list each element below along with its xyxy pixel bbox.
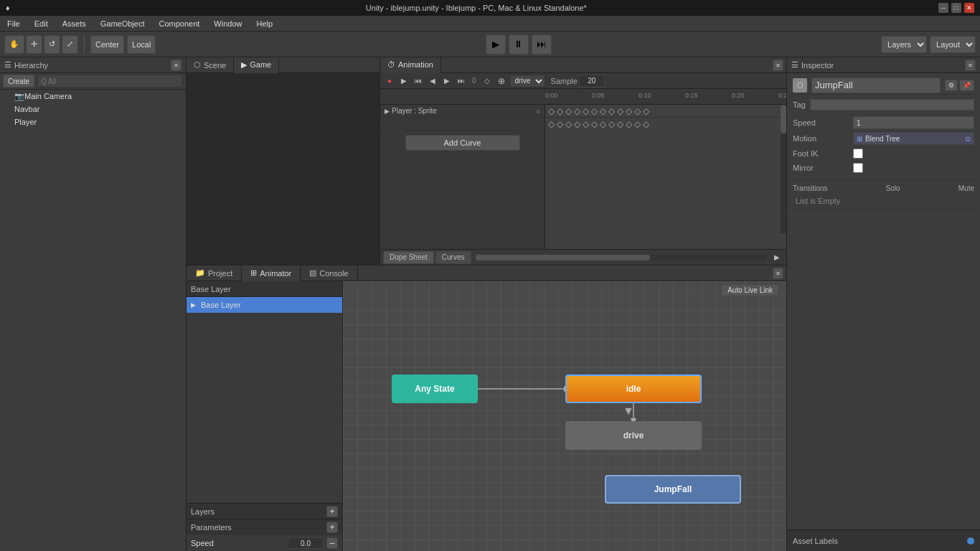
param-speed-minus[interactable]: – bbox=[326, 537, 338, 549]
menu-file[interactable]: File bbox=[0, 18, 27, 29]
vscroll-thumb[interactable] bbox=[781, 105, 786, 133]
state-jumpfall[interactable]: JumpFall bbox=[605, 475, 741, 504]
timeline-ruler: 0:00 0:05 0:10 0:15 0:20 0:25 1:00 1:05 … bbox=[380, 89, 786, 105]
sample-input[interactable] bbox=[579, 75, 605, 88]
footik-checkbox[interactable] bbox=[853, 149, 863, 159]
state-any-state[interactable]: Any State bbox=[392, 375, 478, 403]
anim-addkey-button[interactable]: ⊕ bbox=[495, 75, 508, 87]
inspector-state-title: ⬡ ⚙ 📌 bbox=[790, 76, 977, 95]
anim-prev-frame-button[interactable]: ◀ bbox=[426, 75, 439, 87]
kf-3: ◇ bbox=[565, 106, 572, 116]
move-tool[interactable]: ✛ bbox=[26, 35, 42, 54]
anim-play-button[interactable]: ▶ bbox=[397, 75, 410, 87]
clip-select[interactable]: drive bbox=[509, 75, 545, 88]
tab-project[interactable]: 📁 Project bbox=[187, 265, 242, 281]
animation-menu[interactable]: ≡ bbox=[773, 60, 783, 71]
animator-icon: ⊞ bbox=[250, 268, 257, 278]
timeline-vscroll[interactable] bbox=[781, 105, 786, 233]
menu-assets[interactable]: Assets bbox=[55, 18, 93, 29]
timeline-hscroll[interactable] bbox=[476, 255, 766, 260]
tab-scene[interactable]: ⬡ Scene bbox=[187, 57, 234, 73]
inspector-motion-field: Motion ⊞ Blend Tree ⊙ bbox=[790, 131, 977, 146]
toolbar: ✋ ✛ ↺ ⤢ Center Local ▶ ⏸ ⏭ Layers Layout bbox=[0, 32, 980, 57]
play-button[interactable]: ▶ bbox=[486, 34, 506, 55]
tab-game[interactable]: ▶ Game bbox=[234, 57, 279, 73]
timeline-keyframes[interactable]: ◇ ◇ ◇ ◇ ◇ ◇ ◇ ◇ ◇ ◇ ◇ ◇ bbox=[545, 105, 786, 249]
animator-graph[interactable]: Auto Live Link bbox=[343, 281, 786, 551]
hierarchy-item-camera[interactable]: 📷 Main Camera bbox=[0, 90, 186, 103]
layout-select[interactable]: Layout bbox=[930, 36, 976, 53]
rotate-tool[interactable]: ↺ bbox=[44, 35, 60, 54]
kf-r2-6: ◇ bbox=[591, 119, 598, 129]
anim-next-button[interactable]: ⏭ bbox=[455, 75, 468, 87]
inspector-panel: ☰ Inspector ≡ ⬡ ⚙ 📌 Tag bbox=[786, 57, 980, 551]
tag-input[interactable] bbox=[810, 99, 974, 110]
local-button[interactable]: Local bbox=[127, 35, 156, 54]
pause-button[interactable]: ⏸ bbox=[509, 34, 529, 55]
idle-drive-arrow: ▼ bbox=[623, 405, 634, 418]
auto-live-link-button[interactable]: Auto Live Link bbox=[721, 284, 779, 296]
record-button[interactable]: ● bbox=[383, 75, 396, 87]
create-button[interactable]: Create bbox=[3, 75, 34, 88]
layer-item-base[interactable]: ▶ Base Layer bbox=[187, 297, 342, 313]
step-button[interactable]: ⏭ bbox=[532, 34, 552, 55]
inspector-pin-button[interactable]: 📌 bbox=[959, 80, 974, 91]
hierarchy-item-player[interactable]: Player bbox=[0, 116, 186, 128]
state-name-input[interactable] bbox=[811, 77, 941, 93]
state-idle[interactable]: idle bbox=[565, 375, 702, 403]
clock-icon: ⏱ bbox=[387, 60, 395, 69]
speed-value[interactable] bbox=[853, 116, 974, 129]
state-drive[interactable]: drive bbox=[565, 421, 702, 450]
menu-window[interactable]: Window bbox=[207, 18, 249, 29]
animator-menu[interactable]: ≡ bbox=[773, 268, 783, 279]
kf-11: ◇ bbox=[634, 106, 641, 116]
add-layer-button[interactable]: + bbox=[326, 506, 338, 517]
tick-0: 0:00 bbox=[545, 92, 558, 99]
add-param-button[interactable]: + bbox=[326, 522, 338, 533]
transitions-section: Transitions Solo Mute List is Empty bbox=[790, 179, 977, 208]
hierarchy-menu[interactable]: ≡ bbox=[171, 60, 182, 71]
motion-label: Motion bbox=[793, 134, 850, 143]
layers-select[interactable]: Layers bbox=[881, 36, 927, 53]
main-area: ☰ Hierarchy ≡ Create 📷 Main Camera Navba… bbox=[0, 57, 980, 551]
tab-animator[interactable]: ⊞ Animator bbox=[242, 265, 301, 281]
scroll-right-button[interactable]: ▶ bbox=[771, 252, 783, 263]
tick-2: 0:10 bbox=[639, 92, 651, 99]
curves-button[interactable]: Curves bbox=[435, 251, 471, 264]
kf-8: ◇ bbox=[608, 106, 615, 116]
breadcrumb: Base Layer bbox=[187, 281, 342, 297]
track-empty bbox=[380, 118, 545, 131]
tab-console[interactable]: ▤ Console bbox=[301, 265, 357, 281]
param-speed-input[interactable] bbox=[288, 537, 324, 549]
tab-animation[interactable]: ⏱ Animation bbox=[380, 57, 441, 73]
menu-help[interactable]: Help bbox=[249, 18, 280, 29]
hierarchy-header: ☰ Hierarchy ≡ bbox=[0, 57, 186, 73]
inspector-menu[interactable]: ≡ bbox=[965, 60, 976, 71]
breadcrumb-item[interactable]: Base Layer bbox=[191, 285, 231, 293]
anim-prev-button[interactable]: ⏮ bbox=[412, 75, 425, 87]
anim-key-button[interactable]: ◇ bbox=[481, 75, 494, 87]
hscroll-thumb[interactable] bbox=[476, 255, 650, 260]
kf-r2-5: ◇ bbox=[583, 119, 589, 129]
track-player-sprite[interactable]: ▶ Player : Sprite ○ bbox=[380, 105, 545, 118]
minimize-button[interactable]: ─ bbox=[938, 3, 948, 13]
dope-sheet-button[interactable]: Dope Sheet bbox=[383, 251, 434, 264]
menu-component[interactable]: Component bbox=[151, 18, 207, 29]
maximize-button[interactable]: □ bbox=[951, 3, 961, 13]
mirror-checkbox[interactable] bbox=[853, 163, 863, 173]
close-button[interactable]: ✕ bbox=[964, 3, 974, 13]
inspector-mirror-field: Mirror bbox=[790, 161, 977, 175]
motion-value[interactable]: ⊞ Blend Tree ⊙ bbox=[853, 132, 974, 145]
inspector-settings-button[interactable]: ⚙ bbox=[945, 80, 958, 91]
scale-tool[interactable]: ⤢ bbox=[62, 35, 78, 54]
top-panels: ⬡ Scene ▶ Game ⏱ Animation bbox=[187, 57, 786, 265]
center-button[interactable]: Center bbox=[90, 35, 124, 54]
menu-edit[interactable]: Edit bbox=[27, 18, 55, 29]
speed-input[interactable] bbox=[857, 119, 971, 127]
hierarchy-item-navbar[interactable]: Navbar bbox=[0, 103, 186, 116]
hierarchy-search[interactable] bbox=[37, 75, 183, 88]
menu-gameobject[interactable]: GameObject bbox=[93, 18, 152, 29]
hand-tool[interactable]: ✋ bbox=[4, 35, 24, 54]
add-curve-button[interactable]: Add Curve bbox=[405, 135, 520, 151]
anim-next-frame-button[interactable]: ▶ bbox=[440, 75, 453, 87]
